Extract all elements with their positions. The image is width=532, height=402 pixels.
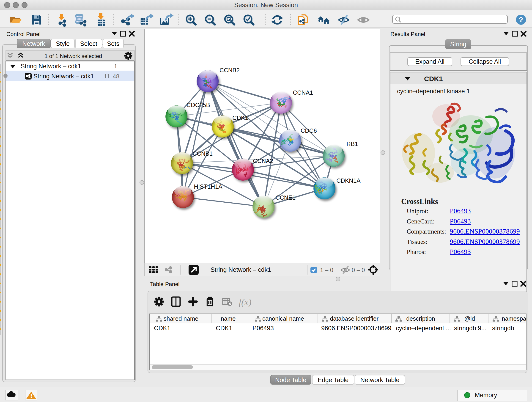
svg-text:CCNB2: CCNB2 [220, 67, 240, 74]
svg-text:CDKN1A: CDKN1A [336, 177, 361, 184]
svg-text:RB1: RB1 [346, 140, 358, 147]
svg-text:CCNE1: CCNE1 [275, 194, 296, 201]
svg-text:CDC6: CDC6 [301, 127, 317, 134]
svg-text:CCNA1: CCNA1 [293, 89, 313, 96]
svg-text:CCNB1: CCNB1 [192, 150, 213, 157]
svg-text:CDK1: CDK1 [232, 114, 248, 121]
svg-text:CDC25B: CDC25B [186, 102, 210, 108]
svg-text:?: ? [519, 16, 523, 24]
svg-text:f(x): f(x) [239, 297, 252, 307]
svg-text:HIST1H1A: HIST1H1A [194, 183, 222, 190]
svg-text:CCNA2: CCNA2 [253, 157, 273, 164]
